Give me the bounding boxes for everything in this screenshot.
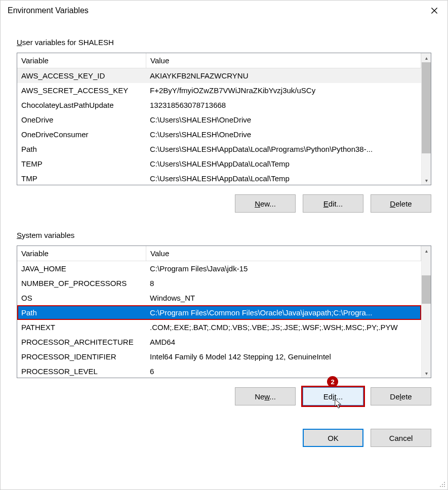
cell-variable: Path	[17, 142, 146, 156]
system-buttons-row: New... Edit... 2 Delete	[17, 387, 431, 405]
user-variables-listview[interactable]: Variable Value AWS_ACCESS_KEY_IDAKIAYKFB…	[17, 53, 431, 185]
cell-value: C:\Users\SHALESH\AppData\Local\Temp	[146, 156, 421, 171]
scrollbar[interactable]: ▴ ▾	[421, 53, 431, 185]
cancel-button[interactable]: Cancel	[371, 429, 431, 447]
header-value[interactable]: Value	[146, 53, 421, 68]
table-row[interactable]: AWS_ACCESS_KEY_IDAKIAYKFB2NLFAZWCRYNU	[17, 68, 421, 83]
user-delete-button[interactable]: Delete	[371, 194, 431, 213]
svg-point-2	[444, 484, 445, 485]
system-variables-group: System variables Variable Value JAVA_HOM…	[17, 231, 431, 405]
cell-value: AMD64	[146, 335, 421, 349]
cell-value: AKIAYKFB2NLFAZWCRYNU	[146, 68, 421, 83]
cell-variable: JAVA_HOME	[17, 261, 146, 276]
list-header[interactable]: Variable Value	[17, 53, 421, 68]
user-variables-label: User variables for SHALESH	[17, 38, 431, 47]
table-row[interactable]: PROCESSOR_LEVEL6	[17, 364, 421, 378]
list-header[interactable]: Variable Value	[17, 246, 421, 261]
cell-variable: PATHEXT	[17, 320, 146, 335]
close-icon	[431, 7, 438, 14]
cell-value: C:\Program Files\Common Files\Oracle\Jav…	[146, 305, 421, 320]
scroll-down-icon[interactable]: ▾	[422, 369, 431, 378]
table-row[interactable]: PathC:\Users\SHALESH\AppData\Local\Progr…	[17, 142, 421, 156]
cell-value: .COM;.EXE;.BAT;.CMD;.VBS;.VBE;.JS;.JSE;.…	[146, 320, 421, 335]
system-edit-button[interactable]: Edit...	[303, 387, 363, 405]
scroll-thumb[interactable]	[422, 62, 431, 153]
cell-variable: AWS_ACCESS_KEY_ID	[17, 68, 146, 83]
system-delete-button[interactable]: Delete	[371, 387, 431, 405]
scroll-up-icon[interactable]: ▴	[422, 246, 431, 255]
header-value[interactable]: Value	[146, 246, 421, 261]
user-variables-group: User variables for SHALESH Variable Valu…	[17, 38, 431, 213]
scrollbar[interactable]: ▴ ▾	[421, 246, 431, 378]
user-edit-button[interactable]: Edit...	[303, 194, 363, 213]
cell-variable: PROCESSOR_LEVEL	[17, 364, 146, 378]
titlebar: Environment Variables	[1, 1, 447, 21]
cell-value: C:\Program Files\Java\jdk-15	[146, 261, 421, 276]
svg-point-0	[444, 482, 445, 483]
cell-value: C:\Users\SHALESH\OneDrive	[146, 112, 421, 127]
cell-variable: ChocolateyLastPathUpdate	[17, 98, 146, 112]
cell-variable: NUMBER_OF_PROCESSORS	[17, 276, 146, 291]
table-row[interactable]: OSWindows_NT	[17, 291, 421, 305]
header-variable[interactable]: Variable	[17, 53, 146, 68]
svg-point-4	[442, 486, 443, 487]
table-row[interactable]: PATHEXT.COM;.EXE;.BAT;.CMD;.VBS;.VBE;.JS…	[17, 320, 421, 335]
scroll-thumb[interactable]	[422, 275, 431, 304]
system-variables-label: System variables	[17, 231, 431, 239]
cell-variable: TMP	[17, 171, 146, 185]
close-button[interactable]	[421, 1, 447, 21]
annotation-badge-2: 2	[327, 376, 338, 387]
resize-grip-icon[interactable]	[438, 480, 445, 487]
table-row[interactable]: PathC:\Program Files\Common Files\Oracle…	[17, 305, 421, 320]
environment-variables-dialog: Environment Variables User variables for…	[0, 0, 448, 490]
cell-value: C:\Users\SHALESH\AppData\Local\Temp	[146, 171, 421, 185]
cell-value: C:\Users\SHALESH\OneDrive	[146, 127, 421, 142]
cell-value: 132318563078713668	[146, 98, 421, 112]
cell-variable: AWS_SECRET_ACCESS_KEY	[17, 83, 146, 98]
table-row[interactable]: OneDriveConsumerC:\Users\SHALESH\OneDriv…	[17, 127, 421, 142]
user-new-button[interactable]: New...	[235, 194, 296, 213]
table-row[interactable]: PROCESSOR_ARCHITECTUREAMD64	[17, 335, 421, 349]
scroll-up-icon[interactable]: ▴	[422, 53, 431, 62]
header-variable[interactable]: Variable	[17, 246, 146, 261]
table-row[interactable]: TMPC:\Users\SHALESH\AppData\Local\Temp	[17, 171, 421, 185]
cell-variable: TEMP	[17, 156, 146, 171]
cell-value: 8	[146, 276, 421, 291]
cell-variable: Path	[17, 305, 146, 320]
table-row[interactable]: PROCESSOR_IDENTIFIERIntel64 Family 6 Mod…	[17, 349, 421, 364]
system-new-button[interactable]: New...	[235, 387, 296, 405]
cell-variable: PROCESSOR_ARCHITECTURE	[17, 335, 146, 349]
cell-value: C:\Users\SHALESH\AppData\Local\Programs\…	[146, 142, 421, 156]
cell-value: Intel64 Family 6 Model 142 Stepping 12, …	[146, 349, 421, 364]
ok-button[interactable]: OK	[303, 429, 363, 447]
scroll-down-icon[interactable]: ▾	[422, 176, 431, 185]
table-row[interactable]: AWS_SECRET_ACCESS_KEYF+2ByY/fmyiOZwZB7VW…	[17, 83, 421, 98]
table-row[interactable]: ChocolateyLastPathUpdate1323185630787136…	[17, 98, 421, 112]
cell-variable: PROCESSOR_IDENTIFIER	[17, 349, 146, 364]
svg-point-5	[444, 486, 445, 487]
cell-value: Windows_NT	[146, 291, 421, 305]
svg-point-1	[442, 484, 443, 485]
cell-value: 6	[146, 364, 421, 378]
user-buttons-row: New... Edit... Delete	[17, 194, 431, 213]
dialog-title: Environment Variables	[8, 6, 89, 15]
table-row[interactable]: TEMPC:\Users\SHALESH\AppData\Local\Temp	[17, 156, 421, 171]
cell-variable: OS	[17, 291, 146, 305]
system-variables-listview[interactable]: Variable Value JAVA_HOMEC:\Program Files…	[17, 246, 431, 378]
table-row[interactable]: JAVA_HOMEC:\Program Files\Java\jdk-15	[17, 261, 421, 276]
cell-value: F+2ByY/fmyiOZwZB7VWiJNraZKibYvzj3uk/uSCy	[146, 83, 421, 98]
table-row[interactable]: NUMBER_OF_PROCESSORS8	[17, 276, 421, 291]
cell-variable: OneDriveConsumer	[17, 127, 146, 142]
svg-point-3	[440, 486, 441, 487]
dialog-footer-buttons: OK Cancel	[17, 429, 431, 447]
table-row[interactable]: OneDriveC:\Users\SHALESH\OneDrive	[17, 112, 421, 127]
dialog-content: User variables for SHALESH Variable Valu…	[1, 21, 447, 489]
cell-variable: OneDrive	[17, 112, 146, 127]
